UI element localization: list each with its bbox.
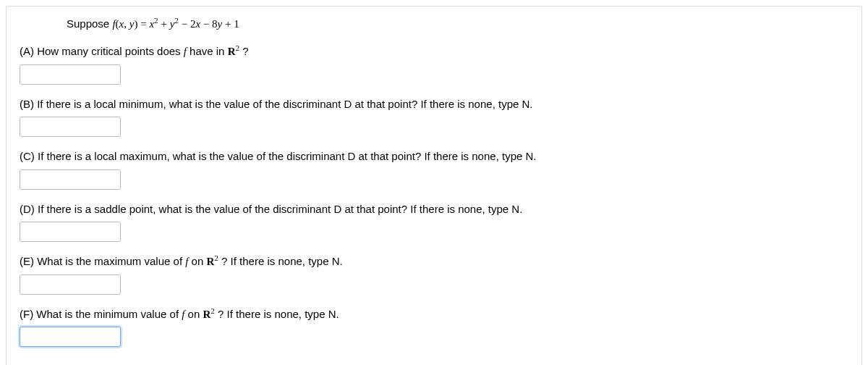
question-b-text: (B) If there is a local minimum, what is… bbox=[20, 96, 848, 113]
question-c-text: (C) If there is a local maximum, what is… bbox=[20, 148, 848, 165]
q-a-label: (A) How many critical points does bbox=[20, 45, 184, 57]
minus1: − 2 bbox=[179, 18, 195, 30]
problem-statement: Suppose f(x, y) = x2 + y2 − 2x − 8y + 1 bbox=[67, 17, 848, 30]
q-f-R: R bbox=[203, 309, 210, 320]
question-d-text: (D) If there is a saddle point, what is … bbox=[20, 201, 848, 218]
q-a-R: R bbox=[228, 46, 236, 57]
question-e-text: (E) What is the maximum value of f on R2… bbox=[20, 253, 848, 270]
answer-input-a[interactable] bbox=[20, 64, 121, 85]
plus1: + bbox=[158, 18, 170, 30]
intro-prefix: Suppose bbox=[67, 17, 112, 30]
problem-container: Suppose f(x, y) = x2 + y2 − 2x − 8y + 1 … bbox=[6, 6, 862, 365]
q-e-R: R bbox=[206, 256, 214, 267]
q-e-mid: on bbox=[188, 255, 206, 267]
plus2: + 1 bbox=[222, 18, 239, 30]
q-a-end: ? bbox=[239, 45, 249, 57]
q-f-end: ? If there is none, type N. bbox=[215, 308, 339, 320]
answer-input-f[interactable] bbox=[20, 327, 121, 347]
answer-input-e[interactable] bbox=[20, 274, 121, 295]
answer-input-c[interactable] bbox=[20, 169, 121, 190]
answer-input-d[interactable] bbox=[20, 222, 121, 242]
q-e-end: ? If there is none, type N. bbox=[218, 255, 343, 267]
question-b: (B) If there is a local minimum, what is… bbox=[20, 96, 848, 138]
question-f-text: (F) What is the minimum value of f on R2… bbox=[20, 306, 848, 323]
question-a: (A) How many critical points does f have… bbox=[20, 43, 848, 85]
question-d: (D) If there is a saddle point, what is … bbox=[20, 201, 848, 243]
q-e-label: (E) What is the maximum value of bbox=[20, 255, 185, 267]
paren-close-eq: ) = bbox=[134, 18, 149, 30]
q-f-mid: on bbox=[184, 308, 203, 320]
q-f-label: (F) What is the minimum value of bbox=[20, 308, 182, 320]
question-a-text: (A) How many critical points does f have… bbox=[20, 43, 848, 60]
answer-input-b[interactable] bbox=[20, 117, 121, 137]
comma: , bbox=[124, 18, 129, 30]
question-f: (F) What is the minimum value of f on R2… bbox=[20, 306, 848, 348]
minus2: − 8 bbox=[200, 18, 217, 30]
q-a-mid: have in bbox=[187, 45, 228, 57]
question-e: (E) What is the maximum value of f on R2… bbox=[20, 253, 848, 295]
question-c: (C) If there is a local maximum, what is… bbox=[20, 148, 848, 190]
